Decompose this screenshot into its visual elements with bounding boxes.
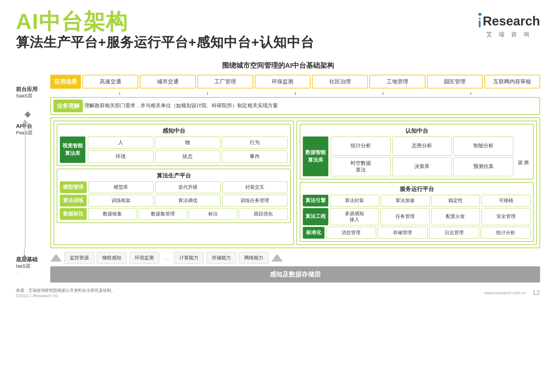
arrow-down-5: ↓ [469, 90, 472, 96]
logo-i: i [478, 17, 481, 29]
service-item-0-0: 算法封装 [330, 195, 379, 206]
title-area: AI中台架构 算法生产平台+服务运行平台+感知中台+认知中台 [16, 10, 314, 58]
service-platform-block: 服务运行平台 算法引擎 算法封装 算法加速 稳定性 可移植 [300, 182, 534, 242]
infra-item-0: 监控资源 [64, 252, 94, 264]
algo-platform-block: 算法生产平台 模型管理 模型库 迭代升级 封装交互 算法训练 [57, 169, 291, 223]
cognition-block: 认知中台 数据智能 算法库 统计分析 态势分析 智能分析 时空数据 算法 决策库… [300, 124, 534, 179]
app-item-1: 城市交通 [140, 75, 196, 88]
infra-item-1: 物联感知 [97, 252, 127, 264]
header: AI中台架构 算法生产平台+服务运行平台+感知中台+认知中台 i Researc… [16, 10, 540, 58]
algo-platform-title: 算法生产平台 [60, 172, 288, 179]
infra-arrow-up-right [271, 254, 283, 262]
platform-item-0-1: 迭代升级 [155, 181, 220, 193]
service-item-0-3: 可移植 [481, 195, 531, 206]
service-item-2-2: 日志管理 [429, 227, 479, 239]
platform-item-0-0: 模型库 [88, 181, 153, 193]
perception-grid: 人 物 行为 环境 状态 事件 [88, 136, 288, 163]
service-label-2: 标准化 [303, 227, 324, 239]
perception-item-3: 环境 [88, 150, 153, 163]
service-row-2: 标准化 消息管理 存储管理 日志管理 统计分析 [303, 227, 531, 239]
infra-item-4: 存储能力 [206, 252, 236, 264]
business-row: 业务理解 理解政府相关部门需求，并与相关单位（如规划设计院、科研院所）制定相关实… [50, 97, 540, 115]
logo-area: i Research 艾 瑞 咨 询 [478, 13, 540, 38]
cognition-item-0: 统计分析 [331, 136, 391, 156]
platform-row-1: 算法训练 训练框架 算法调优 训练任务管理 [60, 195, 288, 206]
service-item-2-1: 存储管理 [378, 227, 428, 239]
iaas-dots: … [16, 269, 20, 274]
app-item-0: 高速交通 [82, 75, 138, 88]
business-label: 业务理解 [53, 100, 83, 112]
service-label-0: 算法引擎 [303, 195, 328, 206]
website-text: www.iresearch.com.cn [484, 290, 526, 295]
arrow-up-icon [22, 119, 28, 124]
iaas-text: 底层基础 IaaS层 … [16, 256, 48, 274]
iaas-label-group: 底层基础 IaaS层 … [16, 248, 48, 283]
right-paas-block: 认知中台 数据智能 算法库 统计分析 态势分析 智能分析 时空数据 算法 决策库… [296, 121, 537, 245]
service-platform-title: 服务运行平台 [303, 185, 531, 193]
logo-sub: 艾 瑞 咨 询 [486, 31, 532, 38]
arrows-row: ↓ ↓ ↓ ↓ ↓ [50, 90, 540, 96]
service-label-1: 算法工程 [303, 208, 328, 225]
diamond-icon [25, 111, 31, 118]
application-row: 应用场景 高速交通 城市交通 工厂管理 环保监测 社区治理 工地管理 园区管理 … [50, 75, 540, 89]
cognition-item-2: 智能分析 [453, 136, 513, 156]
paas-layer: 感知中台 视觉智能 算法库 人 物 行为 环境 状态 事件 [50, 117, 540, 248]
diagram-title: 围绕城市空间管理的AI中台基础架构 [16, 61, 540, 70]
footer-left: 来源：艾瑞咨询研究院根据公开资料自主研究及绘制。 ©2022.1 iResear… [16, 288, 115, 298]
saas-label-main: 前台应用 [16, 86, 48, 93]
left-paas-block: 感知中台 视觉智能 算法库 人 物 行为 环境 状态 事件 [53, 121, 294, 245]
iaas-arrow [22, 248, 27, 260]
arrow-down-3: ↓ [294, 90, 296, 96]
application-label: 应用场景 [50, 75, 81, 89]
platform-item-1-0: 训练框架 [88, 195, 153, 206]
paas-text: AI中台 PaaS层 [16, 122, 48, 136]
service-item-1-3: 安全管理 [481, 208, 531, 225]
platform-label-1: 算法训练 [60, 195, 87, 206]
platform-label-2: 数据标注 [60, 208, 87, 220]
main-content: 应用场景 高速交通 城市交通 工厂管理 环保监测 社区治理 工地管理 园区管理 … [50, 75, 540, 283]
service-item-0-1: 算法加速 [381, 195, 430, 206]
infra-arrow-up-left [50, 254, 62, 262]
infra-item-2: 环境监测 [129, 252, 159, 264]
page: AI中台架构 算法生产平台+服务运行平台+感知中台+认知中台 i Researc… [0, 0, 556, 392]
app-item-7: 互联网内容审核 [484, 75, 540, 88]
saas-label-sub: SaaS层 [16, 93, 48, 99]
iaas-diamond [21, 255, 28, 261]
cognition-title: 认知中台 [303, 127, 531, 135]
service-row-0: 算法引擎 算法封装 算法加速 稳定性 可移植 [303, 195, 531, 206]
service-row-1: 算法工程 多源感知 接入 任务管理 配置分发 安全管理 [303, 208, 531, 225]
main-title: AI中台架构 [16, 10, 314, 33]
saas-layer: 应用场景 高速交通 城市交通 工厂管理 环保监测 社区治理 工地管理 园区管理 … [50, 75, 540, 115]
cognition-item-4: 决策库 [392, 157, 452, 176]
platform-item-1-1: 算法调优 [155, 195, 220, 206]
cognition-item-3: 时空数据 算法 [331, 157, 391, 176]
logo-icon: i [478, 13, 481, 29]
platform-row-0: 模型管理 模型库 迭代升级 封装交互 [60, 181, 288, 193]
iaas-label-sub: IaaS层 [16, 263, 31, 269]
service-item-1-2: 配置分发 [431, 208, 480, 225]
vert-arrow [22, 119, 28, 248]
copyright-text: ©2022.1 iResearch Inc. [16, 293, 115, 298]
app-item-3: 环保监测 [255, 75, 310, 88]
cognition-algo-library: 数据智能 算法库 [303, 136, 328, 176]
platform-item-2-1: 数据集管理 [139, 208, 187, 220]
platform-row-2: 数据标注 数据收集 数据集管理 标注 跟踪优化 [60, 208, 288, 220]
business-text: 理解政府相关部门需求，并与相关单位（如规划设计院、科研院所）制定相关实现方案 [84, 102, 537, 109]
perception-inner: 视觉智能 算法库 人 物 行为 环境 状态 事件 [60, 136, 288, 163]
infra-item-5: 网络能力 [239, 252, 269, 264]
left-side-labels: 前台应用 SaaS层 AI中台 PaaS层 [16, 75, 48, 283]
cognition-item-5: 预测仿真 [453, 157, 513, 176]
subtitle: 算法生产平台+服务运行平台+感知中台+认知中台 [16, 33, 314, 51]
app-item-6: 园区管理 [427, 75, 483, 88]
service-item-2-0: 消息管理 [326, 227, 376, 239]
footer: 来源：艾瑞咨询研究院根据公开资料自主研究及绘制。 ©2022.1 iResear… [16, 288, 540, 298]
platform-item-0-2: 封装交互 [222, 181, 288, 193]
service-rows: 算法引擎 算法封装 算法加速 稳定性 可移植 算法工程 多源感知 接入 任务管理 [303, 195, 531, 239]
paas-label-group: AI中台 PaaS层 [16, 119, 48, 248]
footer-right: www.iresearch.com.cn 12 [484, 289, 540, 297]
logo-research-text: Research [483, 15, 540, 27]
infra-dots: … [162, 255, 171, 261]
perception-item-4: 状态 [155, 150, 221, 163]
app-item-4: 社区治理 [312, 75, 368, 88]
platform-item-2-3: 跟踪优化 [239, 208, 288, 220]
